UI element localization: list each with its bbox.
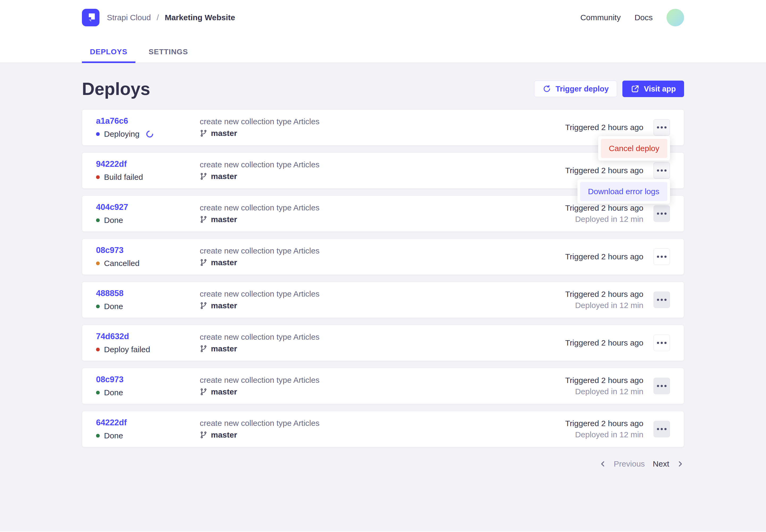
deploy-row: 08c973 Cancelled create new collection t… (82, 239, 684, 275)
deploy-times: Triggered 2 hours ago (565, 123, 643, 132)
spinner-icon (145, 129, 155, 139)
commit-message: create new collection type Articles (200, 419, 565, 428)
branch-row: master (200, 430, 565, 439)
row-actions-button[interactable] (653, 162, 670, 179)
pagination: Previous Next (82, 460, 684, 468)
git-branch-icon (200, 431, 208, 439)
page-title: Deploys (82, 78, 150, 99)
deploy-row: 08c973 Done create new collection type A… (82, 368, 684, 404)
deploy-hash-link[interactable]: 404c927 (96, 202, 128, 212)
deploy-hash-link[interactable]: 488858 (96, 289, 123, 298)
status-dot (96, 434, 100, 438)
deploy-times: Triggered 2 hours ago (565, 338, 643, 347)
triggered-time: Triggered 2 hours ago (565, 419, 643, 428)
breadcrumb-separator: / (157, 13, 159, 22)
commit-message: create new collection type Articles (200, 246, 565, 255)
trigger-deploy-button[interactable]: Trigger deploy (534, 81, 617, 97)
visit-app-button[interactable]: Visit app (622, 81, 684, 97)
row-actions-button[interactable] (653, 119, 670, 136)
commit-message: create new collection type Articles (200, 333, 565, 342)
deploy-duration: Deployed in 12 min (565, 215, 643, 224)
deploy-status: Done (96, 431, 200, 440)
git-branch-icon (200, 388, 208, 396)
row-actions-menu: Cancel deploy (598, 136, 670, 161)
top-bar: Strapi Cloud / Marketing Website Communi… (0, 0, 766, 63)
deploy-row: 488858 Done create new collection type A… (82, 282, 684, 318)
status-label: Cancelled (104, 259, 139, 268)
deploy-row: 74d632d Deploy failed create new collect… (82, 325, 684, 361)
deploy-row: 64222df Done create new collection type … (82, 411, 684, 447)
user-avatar[interactable] (667, 9, 684, 26)
tab-deploys[interactable]: DEPLOYS (82, 48, 135, 63)
triggered-time: Triggered 2 hours ago (565, 123, 643, 132)
row-actions-button[interactable] (653, 378, 670, 394)
branch-name: master (211, 344, 237, 353)
git-branch-icon (200, 302, 208, 310)
triggered-time: Triggered 2 hours ago (565, 252, 643, 261)
deploy-hash-link[interactable]: 64222df (96, 418, 127, 427)
row-actions-menu: Download error logs (577, 179, 670, 204)
triggered-time: Triggered 2 hours ago (565, 376, 643, 385)
deploy-times: Triggered 2 hours ago Deployed in 12 min (565, 419, 643, 439)
git-branch-icon (200, 215, 208, 223)
deploy-status: Deploy failed (96, 345, 200, 354)
breadcrumb-product-link[interactable]: Strapi Cloud (107, 13, 151, 22)
deploy-times: Triggered 2 hours ago (565, 252, 643, 261)
strapi-logo[interactable] (82, 9, 99, 26)
branch-row: master (200, 387, 565, 396)
status-label: Deploying (104, 130, 139, 139)
nav-community-link[interactable]: Community (580, 13, 621, 22)
branch-name: master (211, 215, 237, 224)
deploy-status: Build failed (96, 173, 200, 182)
row-actions-button[interactable] (653, 248, 670, 265)
branch-row: master (200, 172, 565, 181)
deploy-hash-link[interactable]: 08c973 (96, 246, 123, 255)
row-actions-button[interactable] (653, 205, 670, 222)
menu-item[interactable]: Cancel deploy (601, 139, 667, 158)
nav-docs-link[interactable]: Docs (635, 13, 653, 22)
status-dot (96, 391, 100, 394)
deploy-hash-link[interactable]: 74d632d (96, 332, 129, 341)
previous-page-button[interactable]: Previous (599, 460, 645, 468)
main-content: Deploys Trigger deploy Visit app (0, 63, 766, 531)
deploy-times: Triggered 2 hours ago Deployed in 12 min (565, 203, 643, 224)
chevron-right-icon (676, 460, 684, 468)
branch-name: master (211, 129, 237, 138)
triggered-time: Triggered 2 hours ago (565, 290, 643, 299)
status-dot (96, 305, 100, 308)
deploy-row: a1a76c6 Deploying create new collection … (82, 109, 684, 146)
row-actions-button[interactable] (653, 421, 670, 437)
branch-name: master (211, 430, 237, 439)
menu-item[interactable]: Download error logs (580, 182, 667, 201)
tab-settings[interactable]: SETTINGS (141, 48, 196, 63)
status-dot (96, 218, 100, 222)
deploy-hash-link[interactable]: 08c973 (96, 375, 123, 384)
branch-row: master (200, 129, 565, 138)
status-dot (96, 348, 100, 351)
deploy-duration: Deployed in 12 min (565, 430, 643, 439)
branch-row: master (200, 344, 565, 353)
deploy-row: 94222df Build failed create new collecti… (82, 152, 684, 189)
next-page-button[interactable]: Next (653, 460, 684, 468)
status-label: Build failed (104, 173, 143, 182)
breadcrumb: Strapi Cloud / Marketing Website (107, 13, 235, 22)
deploy-status: Done (96, 216, 200, 225)
top-nav: Community Docs (580, 9, 684, 26)
status-label: Done (104, 431, 123, 440)
breadcrumb-row: Strapi Cloud / Marketing Website Communi… (82, 0, 684, 35)
git-branch-icon (200, 129, 208, 137)
strapi-logo-icon (82, 9, 99, 26)
branch-name: master (211, 387, 237, 396)
deploy-status: Done (96, 302, 200, 311)
deploy-hash-link[interactable]: a1a76c6 (96, 116, 128, 126)
deploy-hash-link[interactable]: 94222df (96, 159, 127, 169)
deploy-times: Triggered 2 hours ago (565, 166, 643, 175)
status-label: Done (104, 302, 123, 311)
triggered-time: Triggered 2 hours ago (565, 166, 643, 175)
branch-name: master (211, 258, 237, 267)
branch-name: master (211, 301, 237, 310)
row-actions-button[interactable] (653, 292, 670, 308)
tab-bar: DEPLOYS SETTINGS (82, 35, 684, 63)
triggered-time: Triggered 2 hours ago (565, 338, 643, 347)
row-actions-button[interactable] (653, 335, 670, 351)
